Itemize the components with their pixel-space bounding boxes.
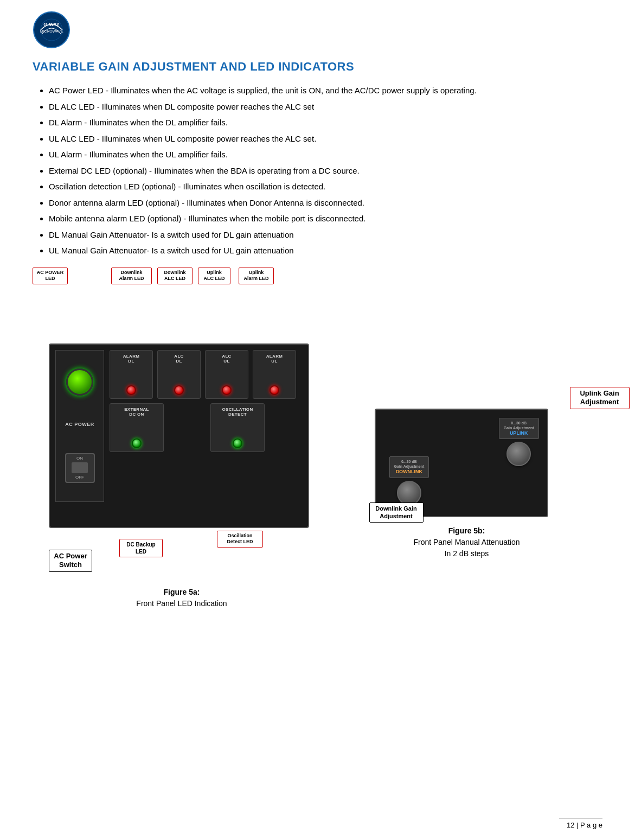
bullet-item: UL Manual Gain Attenuator- Is a switch u… [49,244,602,258]
alarm-ul-led [270,385,279,395]
oscillation-detect-box: OSCILLATIONDETECT [210,403,265,452]
page-title: VARIABLE GAIN ADJUSTMENT AND LED INDICAT… [33,60,602,74]
figure-5a-container: AC POWER LED Downlink Alarm LED Downlink… [33,268,315,609]
figure-5b-container: 0...30 dB Gain Adjustment UPLINK 0...30 … [331,268,602,609]
leds-area: ALARMDL ALCDL ALCUL ALARMUL [110,350,305,502]
figure-5b-caption: Figure 5b: Front Panel Manual Attenuatio… [413,525,519,559]
switch-toggle[interactable] [72,462,88,473]
callout-oscillation-detect-led: Oscillation Detect LED [217,531,263,548]
led-row-2: EXTERNALDC ON OSCILLATIONDETECT [110,403,305,452]
external-dc-led [132,438,142,448]
alarm-dl-led [126,385,136,395]
alarm-ul-box: ALARMUL [253,350,296,399]
external-dc-label: EXTERNALDC ON [124,407,149,417]
external-dc-box: EXTERNALDC ON [110,403,164,452]
bullet-item: Mobile antenna alarm LED (optional) - Il… [49,212,602,226]
page-number: 12 | P a g e [567,821,602,829]
alc-dl-box: ALCDL [157,350,201,399]
led-panel: AC POWER ON OFF ALARMDL ALCDL [49,343,309,528]
alarm-dl-label: ALARMDL [123,354,139,364]
bullet-list: AC Power LED - Illuminates when the AC v… [49,84,602,258]
uplink-gain-label-box: 0...30 dB Gain Adjustment UPLINK [499,418,539,440]
led-row-1: ALARMDL ALCDL ALCUL ALARMUL [110,350,305,399]
off-label: OFF [75,475,84,480]
figures-row: AC POWER LED Downlink Alarm LED Downlink… [33,268,602,609]
alc-dl-label: ALCDL [174,354,183,364]
alarm-ul-label: ALARMUL [266,354,283,364]
figure-5a-caption: Figure 5a: Front Panel LED Indication [49,587,315,609]
bullet-item: Oscillation detection LED (optional) - I… [49,180,602,194]
on-label: ON [76,456,83,461]
alc-ul-led [222,385,232,395]
bullet-item: UL Alarm - Illuminates when the UL ampli… [49,148,602,162]
oscillation-detect-led [233,438,242,448]
bullet-item: DL Alarm - Illuminates when the DL ampli… [49,116,602,130]
company-logo: G-WAY MICROWAVE [33,11,70,49]
ac-power-switch-control[interactable]: ON OFF [65,453,95,483]
bullet-item: Donor antenna alarm LED (optional) - Ill… [49,196,602,210]
bullet-item: DL Manual Gain Attenuator- Is a switch u… [49,228,602,242]
callout-downlink-alarm-led: Downlink Alarm LED [111,268,152,284]
bullet-item: UL ALC LED - Illuminates when UL composi… [49,132,602,146]
callout-downlink-gain-adj: Downlink Gain Adjustment [369,502,424,523]
callout-uplink-alc-led: Uplink ALC LED [198,268,230,284]
gain-panel: 0...30 dB Gain Adjustment UPLINK 0...30 … [375,409,548,517]
ac-power-led [66,368,93,396]
ac-power-section: AC POWER ON OFF [55,350,104,502]
alc-ul-label: ALCUL [222,354,231,364]
downlink-gain-label-box: 0...30 dB Gain Adjustment DOWNLINK [389,456,429,478]
bullet-item: AC Power LED - Illuminates when the AC v… [49,84,602,98]
alc-dl-led [174,385,184,395]
alarm-dl-box: ALARMDL [110,350,153,399]
callout-dc-backup-led: DC Backup LED [119,539,163,557]
downlink-gain-knob[interactable] [397,481,421,505]
page-footer: 12 | P a g e [559,818,602,829]
bullet-item: DL ALC LED - Illuminates when DL composi… [49,100,602,114]
bullet-item: External DC LED (optional) - Illuminates… [49,164,602,178]
page-header: G-WAY MICROWAVE [33,11,602,49]
callout-ac-power-switch: AC Power Switch [49,550,92,572]
uplink-gain-knob[interactable] [506,442,531,466]
callout-downlink-alc-led: Downlink ALC LED [157,268,193,284]
oscillation-detect-label: OSCILLATIONDETECT [222,407,253,417]
callout-uplink-alarm-led: Uplink Alarm LED [239,268,274,284]
ac-power-label: AC POWER [65,422,94,427]
callout-ac-power-led: AC POWER LED [33,268,68,284]
alc-ul-box: ALCUL [205,350,248,399]
callout-uplink-gain-adj: Uplink Gain Adjustment [570,387,630,410]
